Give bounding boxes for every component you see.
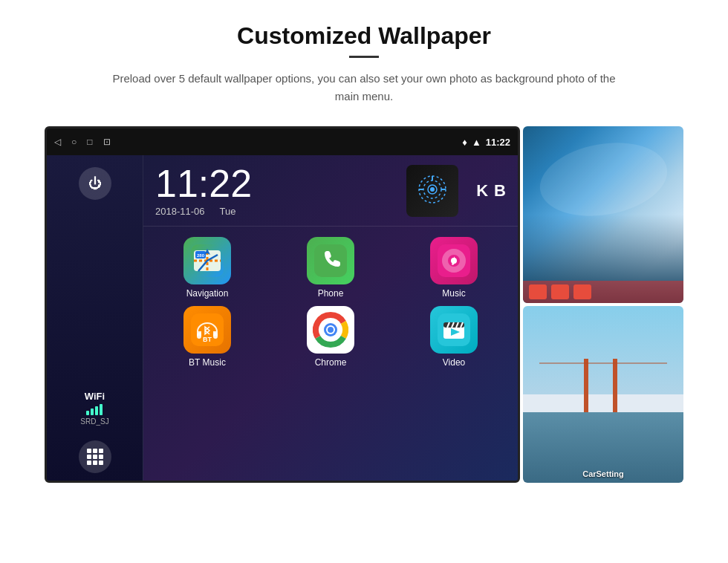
video-icon xyxy=(430,306,478,354)
power-icon: ⏻ xyxy=(88,176,102,192)
wallpaper-thumb-golden-gate[interactable]: CarSetting xyxy=(523,306,683,483)
app-bt-music[interactable]: BT BT Music xyxy=(149,306,265,368)
wifi-label: WiFi xyxy=(80,391,108,402)
main-area: 11:22 2018-11-06 Tue xyxy=(143,155,518,483)
radio-widget[interactable] xyxy=(406,165,458,217)
signal-icon: ▲ xyxy=(472,137,481,148)
apps-button[interactable] xyxy=(79,440,111,473)
wifi-widget: WiFi SRD_SJ xyxy=(80,391,108,426)
svg-text:280: 280 xyxy=(197,253,205,258)
video-label: Video xyxy=(443,357,465,368)
svg-point-24 xyxy=(328,327,334,333)
b-icon[interactable]: B xyxy=(494,181,506,201)
page-description: Preload over 5 default wallpaper options… xyxy=(111,70,617,105)
music-label: Music xyxy=(442,288,465,299)
date-value: 2018-11-06 xyxy=(155,206,205,217)
wifi-bar-1 xyxy=(86,411,89,415)
chrome-label: Chrome xyxy=(315,357,347,368)
shortcut-icons: K B xyxy=(470,181,506,201)
status-bar-left: ◁ ○ □ ⊡ xyxy=(54,137,111,147)
radio-icon xyxy=(417,175,447,207)
wallpaper-panel: CarSetting xyxy=(520,126,683,483)
bt-music-label: BT Music xyxy=(189,357,226,368)
recents-icon[interactable]: □ xyxy=(87,137,92,147)
bt-music-icon: BT xyxy=(183,306,231,354)
app-music[interactable]: ♪ Music xyxy=(396,237,512,299)
svg-rect-18 xyxy=(197,333,201,339)
apps-grid: 280 Navigation xyxy=(143,227,518,378)
wifi-bars xyxy=(80,404,108,415)
wallpaper-thumb-ice[interactable] xyxy=(523,126,683,303)
sidebar: ⏻ WiFi SRD_SJ xyxy=(47,155,143,483)
day-value: Tue xyxy=(220,206,236,217)
clock-display: 11:22 xyxy=(155,164,394,203)
chrome-icon xyxy=(307,306,354,354)
home-icon[interactable]: ○ xyxy=(71,137,77,147)
widget-area xyxy=(406,165,458,217)
screenshot-icon[interactable]: ⊡ xyxy=(103,137,111,147)
wifi-bar-3 xyxy=(95,406,98,415)
content-area: ◁ ○ □ ⊡ ♦ ▲ 11:22 ⏻ WiFi xyxy=(45,126,683,483)
phone-label: Phone xyxy=(318,288,344,299)
page-title: Customized Wallpaper xyxy=(237,22,491,50)
carsetting-label: CarSetting xyxy=(523,469,683,478)
device-mockup: ◁ ○ □ ⊡ ♦ ▲ 11:22 ⏻ WiFi xyxy=(45,126,520,483)
app-navigation[interactable]: 280 Navigation xyxy=(149,237,265,299)
grid-icon xyxy=(87,449,103,465)
power-button[interactable]: ⏻ xyxy=(79,167,111,200)
navigation-label: Navigation xyxy=(186,288,229,299)
status-bar-right: ♦ ▲ 11:22 xyxy=(462,137,510,148)
svg-point-3 xyxy=(430,187,435,192)
k-icon[interactable]: K xyxy=(476,181,488,201)
wifi-bar-2 xyxy=(91,409,94,415)
app-chrome[interactable]: Chrome xyxy=(273,306,389,368)
svg-rect-19 xyxy=(213,333,218,339)
wifi-bar-4 xyxy=(100,404,103,415)
phone-icon xyxy=(307,237,354,284)
title-divider xyxy=(349,56,379,58)
time-section: 11:22 2018-11-06 Tue xyxy=(143,155,518,227)
status-bar: ◁ ○ □ ⊡ ♦ ▲ 11:22 xyxy=(47,128,518,155)
date-display: 2018-11-06 Tue xyxy=(155,206,394,217)
app-phone[interactable]: Phone xyxy=(273,237,389,299)
navigation-icon: 280 xyxy=(183,237,231,284)
music-icon: ♪ xyxy=(430,237,478,284)
wifi-ssid: SRD_SJ xyxy=(80,417,108,426)
svg-text:BT: BT xyxy=(203,336,212,343)
time-display: 11:22 2018-11-06 Tue xyxy=(155,164,394,217)
app-video[interactable]: Video xyxy=(396,306,512,368)
svg-text:♪: ♪ xyxy=(450,252,458,268)
screen-body: ⏻ WiFi SRD_SJ xyxy=(47,155,518,483)
status-time: 11:22 xyxy=(486,137,510,148)
back-icon[interactable]: ◁ xyxy=(54,137,61,147)
location-icon: ♦ xyxy=(462,137,467,148)
